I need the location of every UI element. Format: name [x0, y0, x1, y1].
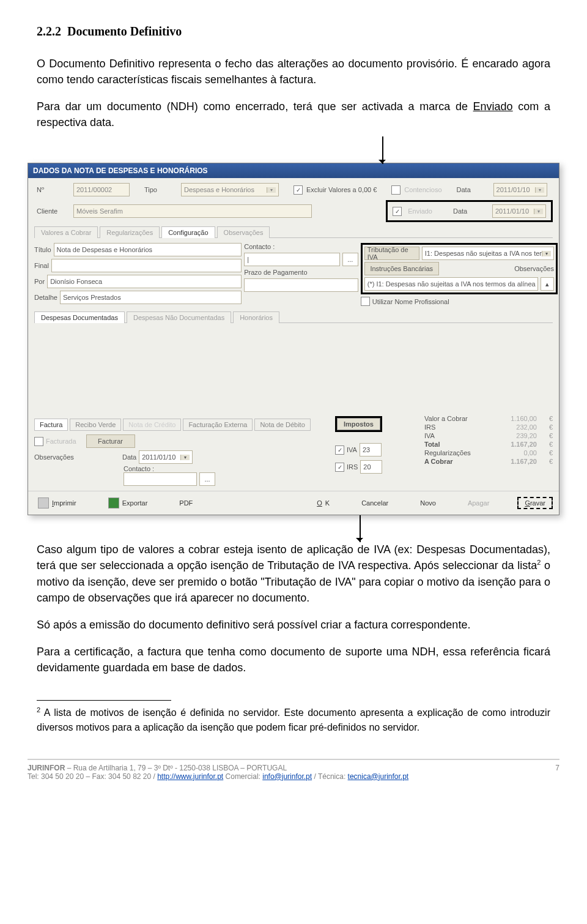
chevron-down-icon[interactable]: ▾ [535, 187, 544, 193]
novo-button[interactable]: Novo [416, 498, 440, 508]
ok-button[interactable]: OK [313, 498, 333, 508]
mail-info-link[interactable]: info@jurinfor.pt [262, 772, 312, 781]
app-screenshot: DADOS DA NOTA DE DESPESAS E HONORÁRIOS N… [28, 163, 559, 515]
chevron-down-icon[interactable]: ▾ [534, 209, 543, 214]
por-field[interactable]: Dionísio Fonseca [47, 275, 242, 288]
data1-field[interactable]: 2011/01/10▾ [493, 183, 547, 196]
iva-field[interactable]: 23 [360, 443, 382, 456]
data3-label: Data [122, 453, 136, 461]
total-label: A Cobrar [424, 458, 487, 465]
exportar-button[interactable]: Exportar [105, 496, 152, 510]
num-label: Nº [34, 185, 70, 195]
obs-field[interactable]: (*) I1: Despesas não sujeitas a IVA nos … [364, 277, 538, 291]
data3-field[interactable]: 2011/01/10▾ [139, 450, 193, 464]
total-label: IVA [424, 432, 487, 439]
euro-icon: € [544, 441, 553, 448]
final-label: Final [34, 262, 49, 269]
util-prof-checkbox[interactable] [361, 297, 370, 306]
tab-observacoes[interactable]: Observações [217, 226, 270, 238]
footer-toolbar: Imprimir Exportar PDF OK Cancelar Novo A… [28, 491, 559, 515]
tab-desp-nao-doc[interactable]: Despesas Não Documentadas [127, 311, 231, 323]
para-1: O Documento Definitivo representa o fech… [37, 56, 550, 88]
section-heading: 2.2.2 Documento Definitivo [37, 24, 550, 39]
obs2-label: Observações [34, 453, 83, 461]
total-value: 1.167,20 [494, 458, 537, 465]
detalhe-label: Detalhe [34, 294, 57, 301]
arrow-from-iva [37, 520, 550, 542]
contencioso-checkbox[interactable] [391, 185, 401, 195]
contencioso-label: Contencioso [404, 186, 441, 193]
tab-valores[interactable]: Valores a Cobrar [34, 226, 98, 238]
tab-regularizacoes[interactable]: Regularizações [100, 226, 160, 238]
irs-label: IRS [347, 463, 358, 471]
contacto-field[interactable]: | [244, 253, 340, 266]
total-value: 0,00 [494, 449, 537, 456]
irs-field[interactable]: 20 [360, 460, 382, 474]
enviado-label: Enviado [408, 207, 432, 215]
euro-icon: € [544, 415, 553, 422]
contacto-more-button[interactable]: ... [342, 253, 358, 266]
total-value: 232,00 [494, 423, 537, 431]
tab-nota-debito[interactable]: Nota de Débito [254, 419, 310, 431]
num-field[interactable]: 2011/00002 [73, 183, 130, 196]
total-label: IRS [424, 423, 487, 431]
euro-icon: € [544, 423, 553, 431]
cliente-label: Cliente [34, 206, 70, 216]
tab-honorarios[interactable]: Honorários [233, 311, 279, 323]
apagar-button[interactable]: Apagar [464, 498, 493, 508]
facturada-checkbox[interactable] [34, 437, 43, 446]
euro-icon: € [544, 449, 553, 456]
page-footer: JURINFOR – Rua de Artilharia 1, 79 – 3º … [28, 759, 559, 781]
data2-field[interactable]: 2011/01/10▾ [492, 204, 546, 218]
tipo-field[interactable]: Despesas e Honorários▾ [181, 183, 279, 196]
tributacao-field[interactable]: I1: Despesas não sujeitas a IVA nos ter▾ [422, 247, 554, 260]
totals-grid: Valor a Cobrar1.160,00€IRS232,00€IVA239,… [424, 415, 553, 465]
cancelar-button[interactable]: Cancelar [358, 498, 392, 508]
tributacao-button[interactable]: Tributação de IVA [364, 247, 419, 260]
tab-factura[interactable]: Factura [34, 419, 68, 431]
impostos-button[interactable]: Impostos [337, 418, 380, 430]
chevron-down-icon[interactable]: ▾ [180, 455, 190, 460]
tab-desp-doc[interactable]: Despesas Documentadas [34, 311, 125, 323]
euro-icon: € [544, 432, 553, 439]
cliente-field[interactable]: Móveis Serafim [73, 204, 312, 218]
enviado-checkbox[interactable] [393, 207, 402, 216]
footnote-rule [37, 700, 171, 701]
facturada-label: Facturada [46, 438, 76, 445]
site-link[interactable]: http://www.jurinfor.pt [157, 772, 223, 781]
iva-label: IVA [347, 446, 357, 453]
contacto2-field[interactable] [124, 472, 197, 486]
contacto2-more-button[interactable]: ... [199, 472, 215, 486]
scroll-up-icon[interactable]: ▴ [541, 277, 554, 291]
tab-nota-credito[interactable]: Nota de Crédito [123, 419, 181, 431]
titulo-field[interactable]: Nota de Despesas e Honorários [54, 243, 242, 256]
window-title: DADOS DA NOTA DE DESPESAS E HONORÁRIOS [28, 163, 559, 178]
tipo-label: Tipo [142, 185, 177, 195]
total-value: 1.160,00 [494, 415, 537, 422]
contacto-label: Contacto : [244, 243, 275, 250]
para-2: Para dar um documento (NDH) como encerra… [37, 99, 550, 130]
mail-tecnica-link[interactable]: tecnica@jurinfor.pt [348, 772, 409, 781]
facturar-button[interactable]: Facturar [86, 434, 135, 448]
detalhe-field[interactable]: Serviços Prestados [60, 291, 242, 304]
chevron-down-icon[interactable]: ▾ [542, 251, 551, 256]
obs-label: Observações [441, 265, 554, 272]
final-field[interactable] [51, 259, 242, 272]
tab-fact-ext[interactable]: Facturação Externa [183, 419, 253, 431]
chevron-down-icon[interactable]: ▾ [267, 187, 276, 193]
tab-recibo[interactable]: Recibo Verde [70, 419, 121, 431]
total-label: Valor a Cobrar [424, 415, 487, 422]
tabset-config: Valores a Cobrar Regularizações Configur… [34, 226, 553, 237]
irs-checkbox[interactable] [335, 463, 344, 472]
content-area [34, 323, 553, 415]
prazo-field[interactable] [244, 278, 358, 292]
imprimir-button[interactable]: Imprimir [34, 496, 80, 510]
excluir-checkbox[interactable] [294, 185, 303, 195]
para-3: Caso algum tipo de valores a cobrar este… [37, 542, 550, 605]
excluir-label: Excluir Valores a 0,00 € [306, 186, 377, 193]
iva-checkbox[interactable] [335, 445, 344, 455]
tab-configuracao[interactable]: Configuração [161, 226, 215, 238]
gravar-button[interactable]: Gravar [517, 497, 553, 509]
pdf-button[interactable]: PDF [175, 498, 196, 508]
instrucoes-button[interactable]: Instruções Bancárias [364, 262, 439, 275]
